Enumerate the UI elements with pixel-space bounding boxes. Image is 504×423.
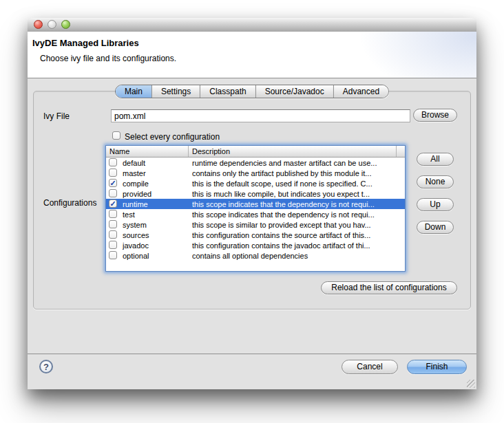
minimize-button[interactable] [48, 20, 56, 29]
row-description: this configuration contains the javadoc … [192, 241, 402, 250]
title-bar[interactable] [28, 18, 476, 32]
row-description: this scope is similar to provided except… [192, 221, 402, 229]
down-button[interactable]: Down [417, 221, 454, 234]
page-title: IvyDE Managed Libraries [32, 38, 139, 48]
row-description: this configuration contains the source a… [192, 231, 402, 239]
table-body: defaultruntime dependencies and master a… [106, 158, 405, 261]
ivy-file-label: Ivy File [43, 111, 70, 121]
resize-grip-icon[interactable] [467, 380, 475, 388]
column-header-description[interactable]: Description [189, 146, 397, 157]
tab-main[interactable]: Main [116, 85, 151, 98]
row-name: master [123, 169, 187, 177]
none-button[interactable]: None [417, 175, 454, 188]
up-button[interactable]: Up [417, 198, 454, 211]
row-name: test [123, 210, 187, 219]
table-row-default[interactable]: defaultruntime dependencies and master a… [106, 158, 405, 168]
row-checkbox-test[interactable] [109, 210, 117, 218]
row-name: default [123, 159, 187, 167]
configurations-table: Name Description defaultruntime dependen… [105, 145, 406, 272]
tab-source-javadoc[interactable]: Source/Javadoc [255, 85, 333, 98]
table-row-system[interactable]: systemthis scope is similar to provided … [106, 219, 405, 230]
all-button[interactable]: All [417, 153, 454, 166]
ivyde-dialog-window: IvyDE Managed Libraries Choose ivy file … [28, 18, 476, 389]
row-checkbox-runtime[interactable]: ✓ [109, 199, 117, 208]
select-every-configuration-checkbox[interactable] [112, 131, 120, 140]
row-checkbox-javadoc[interactable] [109, 241, 117, 249]
table-row-provided[interactable]: providedthis is much like compile, but i… [106, 188, 405, 199]
finish-button[interactable]: Finish [407, 360, 467, 374]
configurations-label: Configurations [43, 198, 96, 208]
row-name: provided [123, 190, 187, 198]
column-header-filler [397, 146, 405, 157]
help-button[interactable]: ? [39, 360, 53, 373]
row-description: contains only the artifact published by … [192, 169, 402, 177]
table-row-test[interactable]: testthis scope indicates that the depend… [106, 209, 405, 219]
row-description: this is much like compile, but indicates… [192, 190, 402, 198]
row-checkbox-compile[interactable]: ✓ [109, 179, 117, 187]
row-name: runtime [123, 200, 187, 208]
row-name: compile [123, 180, 187, 188]
row-description: this is the default scope, used if none … [192, 180, 402, 188]
tab-settings[interactable]: Settings [151, 85, 200, 98]
close-button[interactable] [34, 20, 43, 29]
page-subtitle: Choose ivy file and its configurations. [40, 54, 176, 63]
row-description: runtime dependencies and master artifact… [192, 159, 402, 167]
row-checkbox-provided[interactable] [109, 189, 117, 197]
table-header: Name Description [106, 146, 405, 158]
table-row-master[interactable]: mastercontains only the artifact publish… [106, 168, 405, 178]
row-checkbox-optional[interactable] [109, 251, 117, 259]
row-checkbox-sources[interactable] [109, 230, 117, 239]
tab-advanced[interactable]: Advanced [333, 85, 388, 98]
zoom-button[interactable] [61, 20, 70, 29]
table-row-compile[interactable]: ✓compilethis is the default scope, used … [106, 178, 405, 188]
column-header-name[interactable]: Name [106, 146, 189, 157]
reload-configurations-button[interactable]: Reload the list of configurations [321, 281, 457, 294]
row-checkbox-master[interactable] [109, 169, 117, 177]
table-row-runtime[interactable]: ✓runtimethis scope indicates that the de… [106, 199, 405, 209]
row-name: sources [123, 231, 187, 239]
row-description: contains all optional dependencies [192, 252, 402, 260]
row-name: system [123, 221, 187, 229]
table-row-sources[interactable]: sourcesthis configuration contains the s… [106, 230, 405, 240]
dialog-header: IvyDE Managed Libraries Choose ivy file … [28, 32, 476, 78]
ivy-file-input[interactable] [111, 109, 410, 122]
row-name: optional [123, 252, 187, 260]
select-every-configuration-label: Select every configuration [125, 132, 220, 142]
row-name: javadoc [123, 241, 187, 250]
tab-bar: MainSettingsClasspathSource/JavadocAdvan… [115, 85, 389, 98]
footer-divider [28, 354, 476, 354]
table-row-javadoc[interactable]: javadocthis configuration contains the j… [106, 240, 405, 250]
main-tab-panel: MainSettingsClasspathSource/JavadocAdvan… [33, 91, 471, 310]
row-checkbox-system[interactable] [109, 220, 117, 228]
row-description: this scope indicates that the dependency… [192, 210, 402, 219]
table-row-optional[interactable]: optionalcontains all optional dependenci… [106, 250, 405, 261]
cancel-button[interactable]: Cancel [342, 360, 398, 374]
browse-button[interactable]: Browse [413, 109, 457, 122]
tab-classpath[interactable]: Classpath [200, 85, 255, 98]
row-checkbox-default[interactable] [109, 158, 117, 166]
row-description: this scope indicates that the dependency… [192, 200, 402, 208]
